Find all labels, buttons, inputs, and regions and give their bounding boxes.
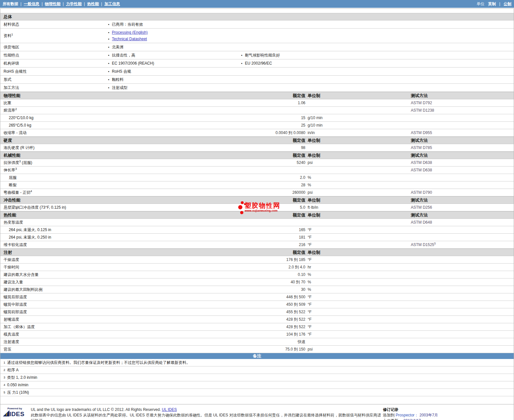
nav-link-4[interactable]: 力学性能 — [66, 2, 81, 6]
ul-ides-link[interactable]: UL IDES — [162, 407, 177, 412]
property-unit: °F — [305, 228, 408, 232]
property-value: 5.0 — [266, 205, 305, 210]
nav-link-5[interactable]: 热性能 — [87, 2, 99, 6]
table-row: 洛氏硬度 (R 计秤)98ASTM D785 — [0, 144, 514, 152]
nav-link-1: 所有数据 — [3, 2, 18, 6]
table-row: 建议注入量40 到 70% — [0, 278, 514, 286]
bullet-item: •Processing (English) — [104, 29, 237, 36]
property-unit: in/in — [305, 130, 408, 135]
footer-disclaimer: UL and the UL logo are trademarks of UL … — [31, 407, 383, 420]
bullet-icon: • — [108, 31, 109, 34]
property-unit: °F — [305, 332, 408, 337]
unit-imperial: 英制 — [488, 2, 496, 6]
property-value: 98 — [266, 145, 305, 150]
table-row: 供货地区•北美洲 — [0, 43, 514, 51]
bullet-icon: • — [108, 78, 109, 81]
nav-separator: | — [101, 2, 102, 6]
nav-separator: | — [42, 2, 43, 6]
bullet-icon: • — [108, 61, 109, 65]
bullet-icon: • — [241, 61, 242, 65]
property-label: 性能特点 — [0, 53, 104, 58]
bullet-list — [237, 24, 514, 25]
nav-link-3[interactable]: 物理性能 — [45, 2, 60, 6]
bullet-icon: • — [108, 22, 109, 26]
bullet-list: •Processing (English)•Technical Datashee… — [104, 29, 237, 43]
column-header-value: 额定值 — [266, 153, 305, 158]
ides-logo-text: IDES — [9, 411, 24, 417]
footer-gap — [0, 396, 514, 404]
bullet-list: •耐气候影响性能良好 — [237, 51, 514, 59]
unit-metric-link[interactable]: 公制 — [504, 2, 511, 6]
column-header-value: 额定值 — [266, 138, 305, 143]
property-unit: °F — [305, 235, 408, 240]
property-unit: ft·lb/in — [305, 205, 408, 210]
bullet-text: 注射成型 — [112, 85, 128, 91]
added-label: 添加到 — [383, 413, 395, 417]
bullet-list — [237, 79, 514, 80]
bullet-list — [237, 35, 514, 36]
column-header-value: 额定值 — [266, 197, 305, 203]
bullet-item: •颗粒料 — [104, 76, 237, 83]
powered-by-label: Powered by — [7, 407, 28, 410]
test-method: ASTM D790 — [408, 190, 514, 195]
table-row: 264 psi, 未退火, 0.125 in165°F — [0, 226, 514, 234]
property-value: 428 到 522 — [266, 317, 305, 322]
column-header-test: 测试方法 — [408, 138, 514, 143]
notes-header: 备注 — [0, 353, 514, 359]
property-value: 0.10 — [266, 272, 305, 277]
bullet-item: •Technical Datasheet — [104, 36, 237, 42]
nav-link-6[interactable]: 加工信息 — [104, 2, 120, 6]
property-label: 干燥温度 — [0, 257, 266, 263]
table-row: 螺筒中部温度450 到 509°F — [0, 301, 514, 308]
bullet-item: •耐气候影响性能良好 — [237, 52, 514, 58]
footnote-text: 通过这些链接您能够访问供应商资料。我们尽量保证及时更新资料；不过您可以从供应商处… — [7, 360, 190, 365]
footnotes: 1通过这些链接您能够访问供应商资料。我们尽量保证及时更新资料；不过您可以从供应商… — [0, 359, 514, 396]
table-row: 干燥时间2.0 到 4.0hr — [0, 264, 514, 271]
property-label: 抗张强度3 (屈服) — [0, 160, 266, 166]
table-row: 弯曲模量 - 正切4260000psiASTM D790 — [0, 189, 514, 196]
column-header-value: 额定值 — [266, 212, 305, 218]
section-header: 机械性能额定值单位制测试方法 — [0, 152, 514, 159]
section-title: 物理性能 — [0, 93, 266, 99]
property-label: 建议的最大水分含量 — [0, 272, 266, 278]
property-value: 0.0040 到 0.0080 — [266, 130, 305, 136]
property-label: 维卡软化温度 — [0, 242, 266, 248]
property-unit: g/10 min — [305, 123, 408, 128]
property-unit: °F — [305, 317, 408, 322]
footnote-5: 5压 力1 (10N) — [0, 389, 514, 396]
column-header-unit: 单位制 — [305, 197, 408, 203]
test-method: ASTM D785 — [408, 145, 514, 150]
property-value: 40 到 70 — [266, 279, 305, 285]
property-value: 1.06 — [266, 101, 305, 105]
property-unit: % — [305, 272, 408, 277]
property-unit: °F — [305, 325, 408, 329]
section-title: 冲击性能 — [0, 197, 266, 203]
property-value: 216 — [266, 242, 305, 247]
section-header: 热性能额定值单位制测试方法 — [0, 211, 514, 219]
document-link[interactable]: Processing (English) — [112, 30, 148, 35]
table-row: 资料1•Processing (English)•Technical Datas… — [0, 29, 514, 43]
page: 所有数据|一般信息|物理性能|力学性能|热性能|加工信息 单位 英制 | 公制 … — [0, 0, 514, 420]
property-label: 螺筒中部温度 — [0, 302, 266, 307]
table-row: 螺筒后部温度446 到 500°F — [0, 293, 514, 301]
test-method: ASTM D792 — [408, 101, 514, 105]
prospector-link[interactable]: Prospector： — [396, 413, 418, 417]
property-value: 176 到 185 — [266, 257, 305, 263]
footnote-1: 1通过这些链接您能够访问供应商资料。我们尽量保证及时更新资料；不过您可以从供应商… — [0, 359, 514, 366]
nav-link-2[interactable]: 一般信息 — [24, 2, 39, 6]
property-label: 加工方法 — [0, 85, 104, 91]
updated-label: 上次更新： — [383, 418, 402, 420]
property-label: 洛氏硬度 (R 计秤) — [0, 145, 266, 151]
table-row: 机构评级•EC 1907/2006 (REACH)•EU 2002/96/EC — [0, 59, 514, 68]
property-label: 螺筒后部温度 — [0, 294, 266, 300]
bullet-text: 抗撞击性，高 — [112, 53, 135, 58]
bullet-item: •EU 2002/96/EC — [237, 60, 514, 67]
table-row: 伸长率3ASTM D638 — [0, 167, 514, 174]
document-link[interactable]: Technical Datasheet — [112, 37, 147, 41]
property-unit: °F — [305, 242, 408, 247]
bullet-text: EU 2002/96/EC — [245, 61, 272, 66]
section-title: 注射 — [0, 250, 266, 255]
bullet-icon: • — [108, 69, 109, 73]
table-row: 干燥温度176 到 185°F — [0, 256, 514, 264]
section-title: 硬度 — [0, 138, 266, 143]
